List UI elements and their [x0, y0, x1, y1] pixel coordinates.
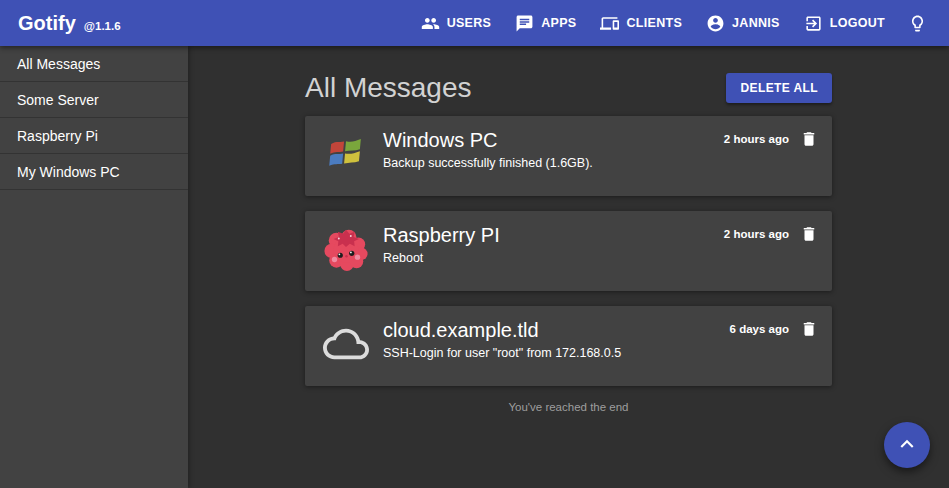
nav-account-label: JANNIS	[732, 16, 780, 30]
sidebar-item-some-server[interactable]: Some Server	[0, 82, 188, 118]
message-meta: 2 hours ago	[724, 223, 820, 245]
message-timestamp: 2 hours ago	[724, 133, 789, 145]
message-timestamp: 2 hours ago	[724, 228, 789, 240]
sidebar-item-my-windows-pc[interactable]: My Windows PC	[0, 154, 188, 190]
page-header: All Messages DELETE ALL	[305, 71, 832, 104]
apps-icon	[515, 14, 534, 33]
message-text: cloud.example.tld SSH-Login for user "ro…	[383, 318, 621, 360]
nav-apps-label: APPS	[541, 16, 576, 30]
message-title: cloud.example.tld	[383, 318, 621, 343]
app-version: @1.1.6	[84, 20, 121, 32]
theme-toggle-button[interactable]	[897, 6, 938, 41]
sidebar-item-raspberry-pi[interactable]: Raspberry Pi	[0, 118, 188, 154]
nav-user-account-button[interactable]: JANNIS	[694, 6, 792, 41]
nav-logout-label: LOGOUT	[830, 16, 885, 30]
logout-icon	[804, 14, 823, 33]
end-of-list-text: You've reached the end	[305, 401, 832, 413]
app-title: Gotify	[18, 12, 76, 35]
delete-message-button[interactable]	[798, 223, 820, 245]
windows-logo-icon	[323, 131, 369, 177]
clients-icon	[600, 14, 619, 33]
navbar-actions: USERS APPS CLIENTS JANNIS LOGOUT	[409, 6, 945, 41]
message-text: Windows PC Backup successfully finished …	[383, 128, 593, 170]
sidebar-item-label: My Windows PC	[17, 164, 120, 180]
delete-all-button[interactable]: DELETE ALL	[726, 73, 832, 103]
message-body: Backup successfully finished (1.6GB).	[383, 156, 593, 170]
delete-message-button[interactable]	[798, 128, 820, 150]
scroll-to-top-button[interactable]	[884, 422, 930, 468]
message-card: Raspberry PI Reboot 2 hours ago	[305, 211, 832, 291]
nav-logout-button[interactable]: LOGOUT	[792, 6, 897, 41]
trash-icon	[800, 130, 818, 148]
nav-users-label: USERS	[447, 16, 492, 30]
trash-icon	[800, 225, 818, 243]
sidebar-item-label: Raspberry Pi	[17, 128, 98, 144]
delete-message-button[interactable]	[798, 318, 820, 340]
message-card: cloud.example.tld SSH-Login for user "ro…	[305, 306, 832, 386]
sidebar-item-all-messages[interactable]: All Messages	[0, 46, 188, 82]
message-timestamp: 6 days ago	[730, 323, 789, 335]
sidebar: All Messages Some Server Raspberry Pi My…	[0, 46, 188, 488]
top-navbar: Gotify @1.1.6 USERS APPS CLIENTS JANNIS …	[0, 0, 949, 46]
trash-icon	[800, 320, 818, 338]
users-icon	[421, 14, 440, 33]
message-body: Reboot	[383, 251, 500, 265]
message-meta: 2 hours ago	[724, 128, 820, 150]
message-card: Windows PC Backup successfully finished …	[305, 116, 832, 196]
message-body: SSH-Login for user "root" from 172.168.0…	[383, 346, 621, 360]
nav-users-button[interactable]: USERS	[409, 6, 504, 41]
nav-clients-button[interactable]: CLIENTS	[588, 6, 694, 41]
account-icon	[706, 14, 725, 33]
message-title: Raspberry PI	[383, 223, 500, 248]
message-text: Raspberry PI Reboot	[383, 223, 500, 265]
nav-clients-label: CLIENTS	[626, 16, 682, 30]
message-title: Windows PC	[383, 128, 593, 153]
sidebar-item-label: Some Server	[17, 92, 99, 108]
page-title: All Messages	[305, 72, 472, 104]
sidebar-item-label: All Messages	[17, 56, 100, 72]
messages-content: All Messages DELETE ALL Windows PC Backu…	[305, 46, 832, 413]
chevron-up-icon	[894, 431, 920, 460]
brand: Gotify @1.1.6	[18, 12, 121, 35]
lightbulb-icon	[908, 14, 927, 33]
raspberry-logo-icon	[323, 226, 369, 272]
cloud-icon	[323, 321, 369, 367]
nav-apps-button[interactable]: APPS	[503, 6, 588, 41]
main-area: All Messages DELETE ALL Windows PC Backu…	[188, 46, 949, 488]
message-meta: 6 days ago	[730, 318, 820, 340]
